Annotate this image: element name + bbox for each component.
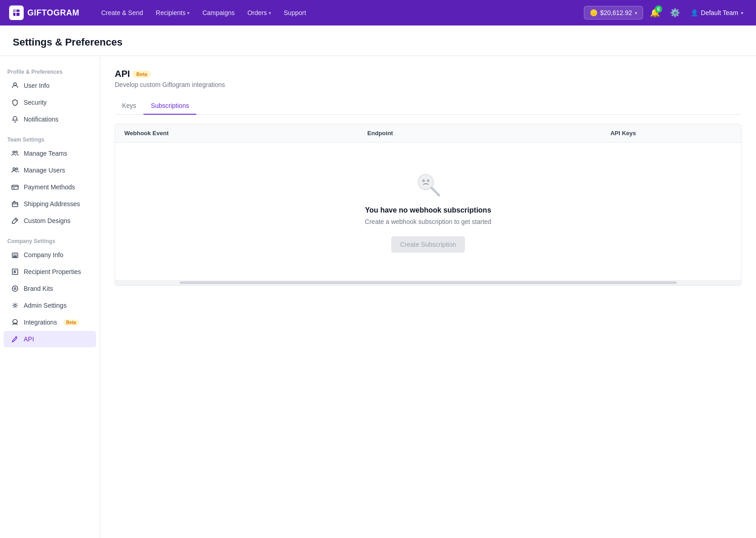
create-subscription-button[interactable]: Create Subscription	[391, 236, 465, 253]
user-menu-button[interactable]: 👤 Default Team ▾	[687, 7, 747, 18]
svg-point-6	[15, 151, 17, 153]
api-wrench-icon	[11, 335, 19, 343]
sidebar-label-admin-settings: Admin Settings	[24, 302, 66, 309]
svg-point-21	[423, 180, 424, 181]
sidebar-item-security[interactable]: Security	[4, 94, 96, 111]
logo-icon	[9, 5, 24, 20]
nav-orders[interactable]: Orders ▾	[242, 5, 276, 20]
sidebar-item-user-info[interactable]: User Info	[4, 77, 96, 94]
sidebar-label-custom-designs: Custom Designs	[24, 217, 71, 224]
sidebar-label-security: Security	[24, 99, 47, 106]
wallet-icon: 🪙	[590, 9, 598, 16]
sidebar-label-manage-users: Manage Users	[24, 167, 65, 174]
credit-card-icon	[11, 183, 19, 191]
sidebar-item-integrations[interactable]: Integrations Beta	[4, 314, 96, 330]
nav-campaigns[interactable]: Campaigns	[197, 5, 240, 20]
svg-rect-11	[12, 253, 18, 258]
webhook-table: Webhook Event Endpoint API Keys	[115, 124, 741, 286]
chevron-down-icon: ▾	[741, 10, 743, 15]
balance-amount: $20,612.92	[600, 9, 632, 16]
sidebar-item-custom-designs[interactable]: Custom Designs	[4, 213, 96, 229]
svg-rect-2	[15, 10, 16, 16]
design-icon	[11, 217, 19, 225]
sidebar-item-payment-methods[interactable]: Payment Methods	[4, 179, 96, 195]
bell-icon	[11, 115, 19, 123]
empty-title: You have no webhook subscriptions	[365, 206, 491, 214]
sidebar-item-manage-teams[interactable]: Manage Teams	[4, 145, 96, 162]
gear-icon: ⚙️	[670, 8, 680, 18]
sidebar-item-shipping-addresses[interactable]: Shipping Addresses	[4, 196, 96, 212]
main-content: API Beta Develop custom Giftogram integr…	[100, 56, 756, 538]
api-beta-badge: Beta	[133, 71, 151, 78]
sidebar-section-profile: Profile & Preferences	[0, 65, 100, 77]
notifications-button[interactable]: 🔔 6	[647, 5, 663, 21]
sidebar-item-recipient-properties[interactable]: Recipient Properties	[4, 264, 96, 280]
svg-point-8	[16, 168, 18, 170]
page-title: Settings & Preferences	[13, 36, 743, 48]
user-team-label: Default Team	[701, 9, 738, 16]
properties-icon	[11, 268, 19, 276]
sidebar-label-recipient-properties: Recipient Properties	[24, 268, 81, 275]
api-title: API	[115, 69, 130, 79]
horizontal-scrollbar[interactable]	[115, 280, 741, 285]
topnav-right: 🪙 $20,612.92 ▾ 🔔 6 ⚙️ 👤 Default Team ▾	[584, 5, 747, 21]
sidebar-label-user-info: User Info	[24, 82, 50, 89]
col-endpoint: Endpoint	[368, 130, 611, 137]
scrollbar-thumb[interactable]	[179, 281, 677, 284]
brandkit-icon	[11, 284, 19, 293]
nav-recipients[interactable]: Recipients ▾	[150, 5, 195, 20]
sidebar-label-manage-teams: Manage Teams	[24, 150, 67, 157]
chevron-down-icon: ▾	[187, 10, 189, 15]
sidebar-section-team: Team Settings	[0, 133, 100, 145]
building-icon	[11, 251, 19, 259]
svg-point-18	[419, 175, 433, 189]
nav-support[interactable]: Support	[278, 5, 312, 20]
shield-icon	[11, 98, 19, 107]
sidebar-item-company-info[interactable]: Company Info	[4, 247, 96, 263]
users-icon	[11, 166, 19, 174]
sidebar-section-company: Company Settings	[0, 234, 100, 246]
svg-point-22	[428, 180, 429, 181]
sidebar-label-brand-kits: Brand Kits	[24, 285, 53, 292]
empty-subtitle: Create a webhook subscription to get sta…	[365, 218, 491, 225]
sidebar-label-shipping-addresses: Shipping Addresses	[24, 200, 80, 208]
top-nav: GIFTOGRAM Create & Send Recipients ▾ Cam…	[0, 0, 756, 25]
empty-state-icon	[414, 170, 443, 199]
svg-point-4	[14, 83, 16, 86]
sidebar-item-admin-settings[interactable]: Admin Settings	[4, 297, 96, 314]
package-icon	[11, 200, 19, 208]
rocket-icon	[11, 318, 19, 326]
logo[interactable]: GIFTOGRAM	[9, 5, 79, 20]
sidebar: Profile & Preferences User Info Security	[0, 56, 100, 538]
col-webhook-event: Webhook Event	[124, 130, 368, 137]
sidebar-item-notifications[interactable]: Notifications	[4, 111, 96, 127]
svg-point-15	[14, 305, 16, 307]
admin-gear-icon	[11, 301, 19, 310]
logo-text: GIFTOGRAM	[27, 8, 79, 18]
svg-rect-10	[12, 203, 18, 207]
tab-subscriptions[interactable]: Subscriptions	[143, 97, 196, 115]
balance-button[interactable]: 🪙 $20,612.92 ▾	[584, 6, 643, 20]
sidebar-item-brand-kits[interactable]: Brand Kits	[4, 280, 96, 297]
nav-create-send[interactable]: Create & Send	[96, 5, 148, 20]
svg-point-14	[14, 288, 16, 289]
page-container: Settings & Preferences Profile & Prefere…	[0, 25, 756, 538]
sidebar-item-api[interactable]: API	[4, 331, 96, 347]
user-icon: 👤	[690, 9, 698, 16]
tab-keys[interactable]: Keys	[115, 97, 143, 115]
teams-icon	[11, 149, 19, 157]
settings-button[interactable]: ⚙️	[667, 5, 683, 21]
sidebar-label-company-info: Company Info	[24, 251, 63, 259]
sidebar-item-manage-users[interactable]: Manage Users	[4, 162, 96, 178]
svg-point-16	[16, 337, 17, 338]
svg-point-7	[13, 168, 15, 170]
integrations-beta-badge: Beta	[63, 320, 79, 325]
svg-point-3	[14, 10, 15, 11]
svg-point-13	[12, 286, 18, 291]
sidebar-label-notifications: Notifications	[24, 116, 58, 123]
page-header: Settings & Preferences	[0, 25, 756, 56]
api-subtitle: Develop custom Giftogram integrations	[115, 81, 741, 88]
col-api-keys: API Keys	[610, 130, 732, 137]
section-header: API Beta	[115, 69, 741, 79]
notification-badge: 6	[655, 5, 662, 13]
